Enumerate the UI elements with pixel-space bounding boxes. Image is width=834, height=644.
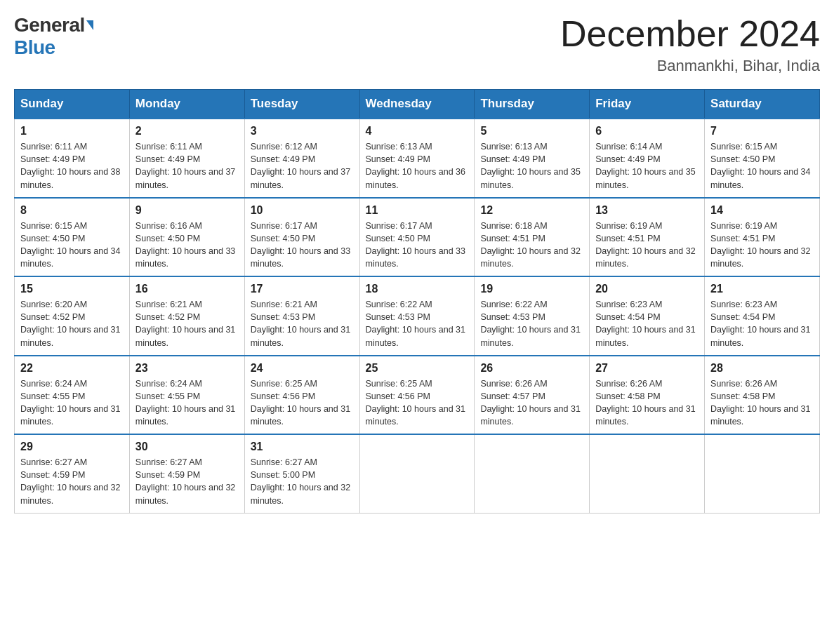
day-number: 28 <box>710 362 814 375</box>
day-info: Sunrise: 6:17 AM Sunset: 4:50 PM Dayligh… <box>366 220 469 271</box>
calendar-day-cell: 12 Sunrise: 6:18 AM Sunset: 4:51 PM Dayl… <box>475 198 590 277</box>
day-info: Sunrise: 6:25 AM Sunset: 4:56 PM Dayligh… <box>251 377 354 429</box>
day-number: 12 <box>480 204 583 217</box>
day-number: 18 <box>366 283 469 295</box>
day-info: Sunrise: 6:26 AM Sunset: 4:58 PM Dayligh… <box>710 377 814 429</box>
calendar-day-cell: 22 Sunrise: 6:24 AM Sunset: 4:55 PM Dayl… <box>15 356 130 435</box>
calendar-day-cell: 27 Sunrise: 6:26 AM Sunset: 4:58 PM Dayl… <box>590 356 705 435</box>
calendar-day-cell: 31 Sunrise: 6:27 AM Sunset: 5:00 PM Dayl… <box>244 434 359 513</box>
day-info: Sunrise: 6:18 AM Sunset: 4:51 PM Dayligh… <box>480 220 583 271</box>
month-title: December 2024 <box>560 14 820 54</box>
logo-blue-text: Blue <box>14 36 55 58</box>
calendar-day-cell: 25 Sunrise: 6:25 AM Sunset: 4:56 PM Dayl… <box>359 356 475 435</box>
day-info: Sunrise: 6:24 AM Sunset: 4:55 PM Dayligh… <box>135 377 239 429</box>
calendar-day-cell: 30 Sunrise: 6:27 AM Sunset: 4:59 PM Dayl… <box>129 434 244 513</box>
day-number: 27 <box>595 362 699 375</box>
day-number: 4 <box>366 125 469 137</box>
calendar-day-cell <box>359 434 475 513</box>
calendar-day-cell: 1 Sunrise: 6:11 AM Sunset: 4:49 PM Dayli… <box>15 119 130 198</box>
calendar-day-cell: 5 Sunrise: 6:13 AM Sunset: 4:49 PM Dayli… <box>475 119 590 198</box>
calendar-day-cell <box>590 434 705 513</box>
day-number: 31 <box>251 441 354 453</box>
calendar-day-cell: 19 Sunrise: 6:22 AM Sunset: 4:53 PM Dayl… <box>475 276 590 356</box>
calendar-day-cell: 9 Sunrise: 6:16 AM Sunset: 4:50 PM Dayli… <box>129 198 244 277</box>
day-number: 1 <box>20 125 124 137</box>
logo-general-text: General <box>14 14 85 36</box>
day-number: 5 <box>480 125 583 137</box>
location-title: Banmankhi, Bihar, India <box>560 57 820 75</box>
day-info: Sunrise: 6:19 AM Sunset: 4:51 PM Dayligh… <box>595 220 699 271</box>
day-info: Sunrise: 6:27 AM Sunset: 4:59 PM Dayligh… <box>135 456 239 507</box>
day-number: 19 <box>480 283 583 295</box>
header-saturday: Saturday <box>705 90 820 119</box>
calendar-day-cell: 10 Sunrise: 6:17 AM Sunset: 4:50 PM Dayl… <box>244 198 359 277</box>
calendar-day-cell: 7 Sunrise: 6:15 AM Sunset: 4:50 PM Dayli… <box>705 119 820 198</box>
day-number: 16 <box>135 283 239 295</box>
day-number: 29 <box>20 441 124 453</box>
day-number: 9 <box>135 204 239 217</box>
day-number: 2 <box>135 125 239 137</box>
calendar-day-cell <box>475 434 590 513</box>
day-number: 17 <box>251 283 354 295</box>
day-info: Sunrise: 6:13 AM Sunset: 4:49 PM Dayligh… <box>480 140 583 192</box>
day-info: Sunrise: 6:24 AM Sunset: 4:55 PM Dayligh… <box>20 377 124 429</box>
day-info: Sunrise: 6:12 AM Sunset: 4:49 PM Dayligh… <box>251 140 354 192</box>
calendar-day-cell: 6 Sunrise: 6:14 AM Sunset: 4:49 PM Dayli… <box>590 119 705 198</box>
day-number: 15 <box>20 283 124 295</box>
calendar-day-cell: 4 Sunrise: 6:13 AM Sunset: 4:49 PM Dayli… <box>359 119 475 198</box>
calendar-day-cell: 16 Sunrise: 6:21 AM Sunset: 4:52 PM Dayl… <box>129 276 244 356</box>
day-info: Sunrise: 6:11 AM Sunset: 4:49 PM Dayligh… <box>20 140 124 192</box>
header-sunday: Sunday <box>15 90 130 119</box>
day-number: 3 <box>251 125 354 137</box>
logo: General Blue <box>14 14 93 59</box>
calendar-day-cell: 28 Sunrise: 6:26 AM Sunset: 4:58 PM Dayl… <box>705 356 820 435</box>
day-info: Sunrise: 6:23 AM Sunset: 4:54 PM Dayligh… <box>710 298 814 349</box>
calendar-day-cell: 21 Sunrise: 6:23 AM Sunset: 4:54 PM Dayl… <box>705 276 820 356</box>
calendar-day-cell: 26 Sunrise: 6:26 AM Sunset: 4:57 PM Dayl… <box>475 356 590 435</box>
header-friday: Friday <box>590 90 705 119</box>
day-number: 13 <box>595 204 699 217</box>
calendar-day-cell: 29 Sunrise: 6:27 AM Sunset: 4:59 PM Dayl… <box>15 434 130 513</box>
calendar-week-row: 1 Sunrise: 6:11 AM Sunset: 4:49 PM Dayli… <box>15 119 820 198</box>
day-number: 21 <box>710 283 814 295</box>
day-number: 20 <box>595 283 699 295</box>
calendar-day-cell: 17 Sunrise: 6:21 AM Sunset: 4:53 PM Dayl… <box>244 276 359 356</box>
day-info: Sunrise: 6:22 AM Sunset: 4:53 PM Dayligh… <box>480 298 583 349</box>
calendar-day-cell: 14 Sunrise: 6:19 AM Sunset: 4:51 PM Dayl… <box>705 198 820 277</box>
day-info: Sunrise: 6:21 AM Sunset: 4:52 PM Dayligh… <box>135 298 239 349</box>
calendar-day-cell <box>705 434 820 513</box>
day-number: 22 <box>20 362 124 375</box>
day-number: 24 <box>251 362 354 375</box>
day-number: 11 <box>366 204 469 217</box>
calendar-day-cell: 2 Sunrise: 6:11 AM Sunset: 4:49 PM Dayli… <box>129 119 244 198</box>
calendar-day-cell: 23 Sunrise: 6:24 AM Sunset: 4:55 PM Dayl… <box>129 356 244 435</box>
day-info: Sunrise: 6:16 AM Sunset: 4:50 PM Dayligh… <box>135 220 239 271</box>
header-thursday: Thursday <box>475 90 590 119</box>
day-info: Sunrise: 6:26 AM Sunset: 4:58 PM Dayligh… <box>595 377 699 429</box>
header-wednesday: Wednesday <box>359 90 475 119</box>
header-monday: Monday <box>129 90 244 119</box>
day-info: Sunrise: 6:14 AM Sunset: 4:49 PM Dayligh… <box>595 140 699 192</box>
calendar-day-cell: 15 Sunrise: 6:20 AM Sunset: 4:52 PM Dayl… <box>15 276 130 356</box>
day-number: 23 <box>135 362 239 375</box>
calendar-week-row: 15 Sunrise: 6:20 AM Sunset: 4:52 PM Dayl… <box>15 276 820 356</box>
logo-arrow-icon <box>86 20 93 30</box>
calendar-day-cell: 18 Sunrise: 6:22 AM Sunset: 4:53 PM Dayl… <box>359 276 475 356</box>
day-info: Sunrise: 6:21 AM Sunset: 4:53 PM Dayligh… <box>251 298 354 349</box>
day-number: 26 <box>480 362 583 375</box>
day-info: Sunrise: 6:23 AM Sunset: 4:54 PM Dayligh… <box>595 298 699 349</box>
day-number: 6 <box>595 125 699 137</box>
day-number: 30 <box>135 441 239 453</box>
day-number: 7 <box>710 125 814 137</box>
calendar-day-cell: 20 Sunrise: 6:23 AM Sunset: 4:54 PM Dayl… <box>590 276 705 356</box>
calendar-day-cell: 8 Sunrise: 6:15 AM Sunset: 4:50 PM Dayli… <box>15 198 130 277</box>
calendar-day-cell: 24 Sunrise: 6:25 AM Sunset: 4:56 PM Dayl… <box>244 356 359 435</box>
day-info: Sunrise: 6:27 AM Sunset: 4:59 PM Dayligh… <box>20 456 124 507</box>
calendar-week-row: 29 Sunrise: 6:27 AM Sunset: 4:59 PM Dayl… <box>15 434 820 513</box>
day-info: Sunrise: 6:25 AM Sunset: 4:56 PM Dayligh… <box>366 377 469 429</box>
page-header: General Blue December 2024 Banmankhi, Bi… <box>14 14 820 75</box>
title-block: December 2024 Banmankhi, Bihar, India <box>560 14 820 75</box>
day-info: Sunrise: 6:20 AM Sunset: 4:52 PM Dayligh… <box>20 298 124 349</box>
day-info: Sunrise: 6:13 AM Sunset: 4:49 PM Dayligh… <box>366 140 469 192</box>
day-info: Sunrise: 6:17 AM Sunset: 4:50 PM Dayligh… <box>251 220 354 271</box>
